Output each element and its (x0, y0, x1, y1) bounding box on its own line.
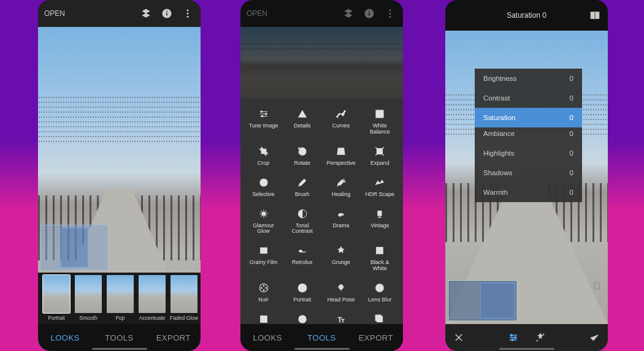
tool-tune-image[interactable]: Tune Image (244, 104, 283, 142)
auto-adjust-icon[interactable] (527, 332, 554, 343)
filter-pop[interactable]: Pop (105, 275, 135, 321)
tool-icon (335, 282, 347, 294)
bookmark-icon[interactable] (592, 281, 603, 292)
filter-strip[interactable]: PortraitSmoothPopAccentuateFaded Glow (38, 273, 201, 324)
tool-details[interactable]: Details (283, 104, 321, 142)
tool-icon (296, 313, 309, 324)
svg-rect-8 (369, 11, 370, 12)
adjust-value: 0 (570, 189, 573, 196)
tool-icon (374, 313, 386, 324)
tool-label: Vintage (370, 223, 389, 229)
tool-label: Portrait (293, 297, 311, 303)
tool-portrait[interactable]: Portrait (283, 278, 321, 309)
adjust-saturation[interactable]: Saturation0 (475, 108, 582, 127)
tool-icon (296, 108, 309, 120)
adjust-value: 0 (570, 75, 573, 82)
adjust-contrast[interactable]: Contrast0 (475, 88, 582, 108)
tool-black-white[interactable]: Black & White (361, 241, 399, 278)
tool-label: Black & White (362, 260, 397, 272)
tool-label: Head Pose (328, 297, 355, 303)
preview-thumbnail[interactable] (449, 281, 516, 320)
adjust-brightness[interactable]: Brightness0 (475, 69, 582, 88)
tab-tools[interactable]: TOOLS (92, 324, 146, 351)
tab-export[interactable]: EXPORT (349, 324, 403, 351)
tool-partial[interactable] (361, 309, 399, 324)
tab-looks[interactable]: LOOKS (240, 324, 294, 351)
tool-partial[interactable] (283, 309, 321, 324)
tool-label: Drama (333, 223, 350, 229)
tool-icon (374, 208, 386, 220)
adjust-value: 0 (570, 130, 573, 137)
adjust-ambiance[interactable]: Ambiance0 (475, 127, 582, 143)
tool-rotate[interactable]: Rotate (283, 142, 321, 173)
filter-thumb (107, 275, 134, 313)
tool-label: Tonal Contrast (285, 223, 320, 235)
top-bar: OPEN (38, 0, 201, 27)
tool-head-pose[interactable]: Head Pose (322, 278, 361, 309)
filter-label: Smooth (74, 315, 103, 321)
tool-drama[interactable]: Drama (322, 204, 361, 241)
sliders-icon[interactable] (500, 332, 527, 343)
tool-partial[interactable]: TT (322, 309, 361, 324)
tool-crop[interactable]: Crop (244, 142, 283, 173)
filter-smooth[interactable]: Smooth (74, 275, 103, 321)
tab-export[interactable]: EXPORT (147, 324, 201, 351)
svg-line-25 (376, 147, 377, 148)
svg-point-9 (389, 9, 391, 11)
tool-curves[interactable]: Curves (322, 104, 361, 142)
filter-label: Accentuate (137, 315, 167, 321)
adjust-warmth[interactable]: Warmth0 (475, 183, 582, 202)
tool-perspective[interactable]: Perspective (322, 142, 361, 173)
filter-faded-glow[interactable]: Faded Glow (169, 275, 199, 321)
tool-brush[interactable]: Brush (283, 173, 321, 204)
layers-icon[interactable] (139, 7, 153, 20)
tool-tonal-contrast[interactable]: Tonal Contrast (283, 204, 321, 241)
svg-rect-72 (591, 12, 594, 19)
svg-marker-23 (337, 148, 345, 155)
tool-noir[interactable]: Noir (244, 278, 283, 309)
tool-healing[interactable]: Healing (322, 173, 361, 204)
adjust-value: 0 (570, 169, 573, 176)
phone-looks-view: OPEN PortraitSmoothPopAccentuateFaded Gl… (38, 0, 201, 351)
tool-expand[interactable]: Expand (361, 142, 399, 173)
tool-partial[interactable] (244, 309, 283, 324)
tool-retrolux[interactable]: Retrolux (283, 241, 321, 278)
compare-icon[interactable] (588, 9, 602, 22)
adjust-highlights[interactable]: Highlights0 (475, 143, 582, 163)
home-indicator (499, 348, 554, 350)
tool-grunge[interactable]: Grunge (322, 241, 361, 278)
cancel-button[interactable] (445, 332, 472, 343)
open-button[interactable]: OPEN (44, 9, 65, 18)
svg-text:T: T (342, 318, 345, 323)
filter-accentuate[interactable]: Accentuate (137, 275, 167, 321)
svg-point-51 (263, 285, 264, 286)
tool-vintage[interactable]: Vintage (361, 204, 399, 241)
tool-hdr-scape[interactable]: HDR Scape (361, 173, 399, 204)
tool-label: Perspective (327, 160, 356, 167)
tool-grainy-film[interactable]: Grainy Film (244, 241, 283, 278)
svg-point-81 (514, 337, 516, 339)
svg-point-4 (187, 13, 189, 15)
phone-tools-view: OPEN Tune ImageDetailsCurveswbWhite Bala… (240, 0, 403, 351)
tool-glamour-glow[interactable]: Glamour Glow (244, 204, 283, 241)
tab-looks[interactable]: LOOKS (38, 324, 92, 351)
tool-label: Grunge (332, 260, 350, 266)
confirm-button[interactable] (581, 332, 608, 343)
tool-icon (258, 208, 270, 220)
more-icon (383, 7, 397, 20)
tool-icon (258, 313, 270, 324)
info-icon[interactable] (160, 7, 174, 20)
tool-lens-blur[interactable]: Lens Blur (361, 278, 399, 309)
adjustments-panel[interactable]: Brightness0Contrast0Saturation0Ambiance0… (475, 69, 582, 202)
tool-icon (258, 282, 270, 294)
more-icon[interactable] (181, 7, 194, 20)
tool-white-balance[interactable]: wbWhite Balance (361, 104, 399, 142)
svg-rect-73 (596, 12, 599, 19)
tab-tools[interactable]: TOOLS (294, 324, 348, 351)
filter-portrait[interactable]: Portrait (42, 275, 71, 321)
tool-selective[interactable]: Selective (244, 173, 283, 204)
tool-icon (335, 244, 347, 257)
svg-point-31 (343, 179, 345, 180)
adjust-shadows[interactable]: Shadows0 (475, 163, 582, 183)
preview-thumbnail[interactable] (40, 225, 108, 270)
